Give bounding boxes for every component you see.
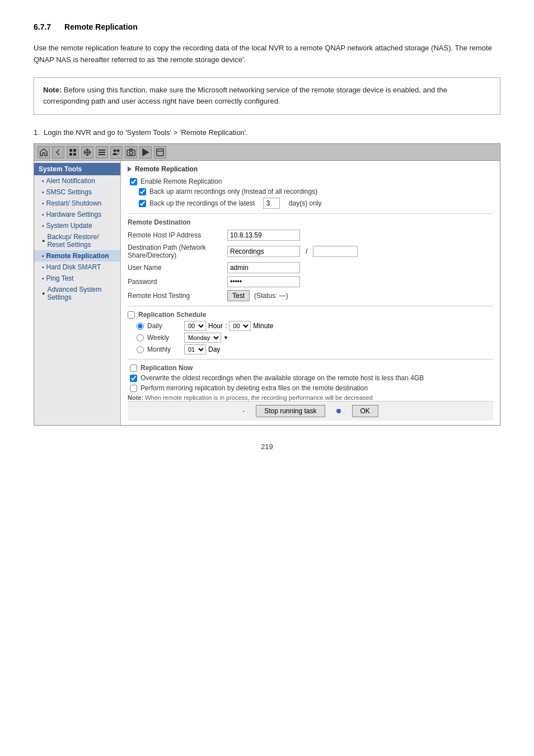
weekly-label: Weekly [147,334,181,342]
grid-icon[interactable] [67,146,79,158]
rep-now-checkbox[interactable] [130,365,137,372]
sidebar-item-backup[interactable]: ● Backup/ Restore/ Reset Settings [34,231,120,250]
test-label: Remote Host Testing [128,292,223,300]
back-icon[interactable] [52,146,64,158]
rep-note: Note: When remote replication is in proc… [128,394,493,401]
backup-alarm-row: Back up alarm recordings only (Instead o… [128,188,493,195]
svg-rect-3 [73,153,76,156]
path-label: Destination Path (Network Share/Director… [128,244,223,259]
body-text: Use the remote replication feature to co… [34,43,500,66]
sidebar-item-restart[interactable]: • Restart/ Shutdown [34,198,120,209]
sidebar-item-label: Advanced System Settings [47,286,116,301]
bullet-icon: • [42,276,44,282]
day-label: Day [208,346,220,353]
backup-alarm-checkbox[interactable] [139,188,146,195]
enable-remote-replication-checkbox[interactable] [130,178,137,185]
svg-rect-2 [69,153,72,156]
weekday-select[interactable]: Monday [184,333,221,343]
test-button[interactable]: Test [227,290,250,301]
status-text: (Status: —) [254,292,288,300]
ok-button[interactable]: OK [352,405,378,417]
overwrite-label: Overwrite the oldest recordings when the… [140,374,424,382]
note-text: Before using this function, make sure th… [43,86,447,106]
password-input[interactable] [227,276,300,287]
nvr-body: System Tools • Alert Notification • SMSC… [34,161,500,425]
hour-select[interactable]: 00 [184,321,206,331]
home-icon[interactable] [38,146,50,158]
bullet-icon: • [42,200,44,207]
sidebar-item-harddisk[interactable]: • Hard Disk SMART [34,262,120,273]
remote-destination-label: Remote Destination [128,218,493,226]
daily-controls: 00 Hour : 00 Minute [184,321,273,331]
stop-button[interactable]: Stop running task [256,405,325,417]
panel-title: Remote Replication [128,165,493,173]
daily-radio[interactable] [137,323,144,330]
divider2 [128,306,493,306]
schedule-section: Replication Schedule Daily 00 Hour : [128,311,493,354]
backup-latest-label: Back up the recordings of the latest [149,199,255,207]
bullet-icon: • [42,212,44,218]
nvr-interface: System Tools • Alert Notification • SMSC… [34,143,500,426]
enable-checkbox-row: Enable Remote Replication [128,178,493,185]
rep-now-section: Replication Now Overwrite the oldest rec… [128,364,493,401]
password-label: Password [128,278,223,286]
schedule-checkbox[interactable] [128,311,135,319]
sidebar-item-alert[interactable]: • Alert Notification [34,175,120,186]
day-select[interactable]: 01 [184,344,206,354]
path-row: Destination Path (Network Share/Director… [128,244,493,259]
svg-rect-6 [99,154,105,155]
weekly-controls: Monday ▼ [184,333,228,343]
minute-select[interactable]: 00 [229,321,251,331]
weekly-radio[interactable] [137,334,144,342]
svg-point-7 [114,149,116,152]
move-icon[interactable] [81,146,93,158]
svg-rect-0 [69,149,72,152]
sidebar-item-label: Ping Test [46,274,74,282]
rep-now-header: Replication Now [128,364,493,372]
backup-days-input[interactable] [263,198,280,209]
ip-input[interactable] [227,230,300,241]
sidebar-item-label: Remote Replication [46,252,109,260]
users-icon[interactable] [110,146,123,158]
perform-checkbox[interactable] [130,385,137,392]
path-extra-input[interactable] [313,246,358,257]
section-number: 6.7.7 [34,22,51,31]
svg-point-8 [117,149,120,152]
divider1 [128,213,493,214]
sidebar-item-update[interactable]: • System Update [34,220,120,231]
ip-row: Remote Host IP Address [128,230,493,241]
bullet-icon: • [42,253,44,259]
user-input[interactable] [227,262,300,273]
ip-label: Remote Host IP Address [128,231,223,239]
dot-icon: ● [42,238,45,244]
user-label: User Name [128,264,223,272]
section-title: Remote Replication [64,22,138,31]
page-number: 219 [34,442,500,451]
camera-icon[interactable] [125,146,137,158]
backup-days-unit: day(s) only [289,199,322,207]
path-input[interactable] [227,246,300,257]
monthly-radio[interactable] [137,346,144,353]
sidebar-item-label: System Update [46,222,92,230]
enable-label: Enable Remote Replication [140,178,222,185]
sidebar-item-label: Hardware Settings [46,211,102,218]
slash: / [306,248,307,255]
perform-label: Perform mirroring replication by deletin… [140,384,368,392]
play-icon[interactable] [139,146,152,158]
backup-latest-checkbox[interactable] [139,200,146,207]
sidebar-item-advanced[interactable]: ● Advanced System Settings [34,284,120,303]
overwrite-checkbox[interactable] [130,375,137,382]
sidebar-item-ping[interactable]: • Ping Test [34,273,120,284]
window-icon[interactable] [154,146,166,158]
bottom-bar: - Stop running task OK [128,401,493,421]
divider3 [128,359,493,360]
overwrite-row: Overwrite the oldest recordings when the… [128,374,493,382]
sidebar-item-remote-replication[interactable]: • Remote Replication [34,250,120,262]
list-icon[interactable] [96,146,108,158]
sidebar-item-hardware[interactable]: • Hardware Settings [34,209,120,220]
schedule-header: Replication Schedule [128,311,493,319]
bullet-icon: • [42,178,44,184]
svg-rect-1 [73,149,76,152]
bullet-icon: • [42,223,44,229]
sidebar-item-smsc[interactable]: • SMSC Settings [34,186,120,198]
